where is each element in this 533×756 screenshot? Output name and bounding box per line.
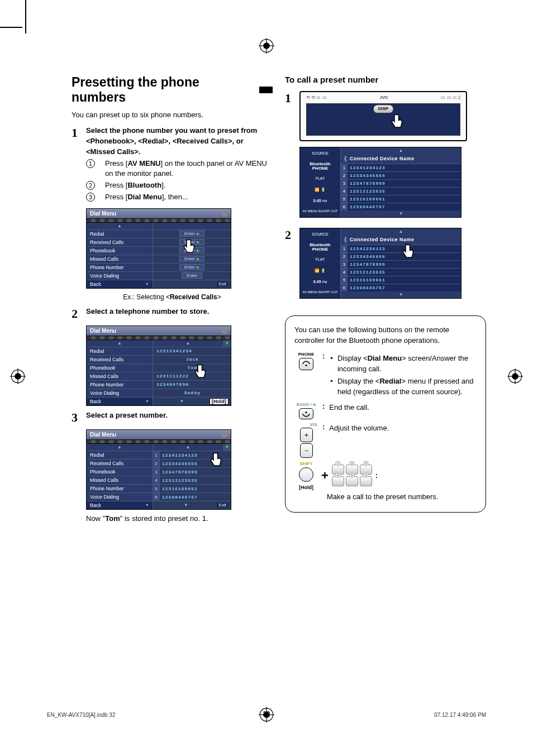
list-item: Missed Calls	[87, 255, 153, 263]
list-item: 1234567890	[153, 380, 231, 389]
enter-button: Enter▶	[179, 264, 204, 270]
hold-label: [Hold]	[210, 398, 229, 405]
vol-label: VOL	[310, 423, 318, 427]
list-item: Voice Dialing	[87, 271, 153, 280]
list-item: Phonebook	[87, 467, 153, 476]
list-item: Redial	[87, 229, 153, 238]
phone-label: PHONE	[298, 352, 314, 357]
main-heading: Presetting the phone numbers	[72, 75, 273, 105]
step1-body: Select the phone number you want to pres…	[86, 126, 273, 204]
bluetooth-phone-label: BluetoothPHONE	[302, 162, 338, 171]
bluetooth-icon	[221, 432, 227, 438]
remote-info-box: You can use the following buttons on the…	[285, 315, 486, 513]
hold-label: [Hold]	[299, 485, 313, 490]
heading-bar-icon	[259, 87, 273, 93]
exit-button: Exit	[217, 503, 229, 508]
list-item: Received Calls	[87, 459, 153, 467]
register-mark-left	[10, 369, 26, 384]
result-text: Now "Tom" is stored into preset no. 1.	[86, 514, 273, 523]
step-number-2: 2	[72, 307, 86, 321]
adjust-volume-text: Adjust the volume.	[329, 423, 477, 434]
step3-text: Select a preset number.	[86, 411, 168, 419]
enter-button: Enter▶	[179, 247, 204, 253]
list-item: Received Calls	[87, 238, 153, 246]
list-item: Voice Dialing	[87, 389, 153, 397]
crop-mark	[0, 27, 22, 28]
list-item: Missed Calls	[87, 476, 153, 484]
list-item: Tom	[153, 363, 231, 372]
shift-button-icon	[299, 467, 313, 482]
signal-icon: 📶 🔋	[302, 187, 338, 193]
bluetooth-icon	[343, 237, 348, 243]
list-item: Daddy	[153, 389, 231, 397]
disp-button: DISP	[373, 104, 394, 113]
register-mark-top	[259, 38, 274, 54]
end-call-text: End the call.	[329, 402, 477, 413]
step2-text: Select a telephone number to store.	[86, 307, 209, 315]
list-item: 12312341234	[153, 347, 231, 355]
right-step-2: 2	[285, 228, 299, 304]
list-item: Voice Dialing	[87, 492, 153, 501]
list-item: Phone Number	[87, 484, 153, 492]
step-number-3: 3	[72, 410, 86, 425]
vol-up-button-icon: ＋	[300, 428, 313, 442]
enter-button: Enter▶	[179, 231, 204, 237]
info-intro: You can use the following buttons on the…	[294, 325, 477, 346]
phone-bullet-2: Display the <Redial> menu if pressed and…	[329, 376, 477, 398]
enter-button: Enter▶	[179, 256, 204, 262]
step-number-1: 1	[72, 126, 86, 204]
list-item: Phone Number	[87, 263, 153, 271]
enter-button: Enter	[182, 272, 202, 279]
list-item: Redial	[87, 347, 153, 355]
scroll-up-icon: ▲	[87, 223, 153, 229]
phone-button-icon	[299, 358, 313, 370]
head-unit-illustration: ⟲ ⟲ ▭ ▭JVC▭ ▭ ▭ ▯ DISP	[299, 91, 467, 141]
svg-point-16	[305, 365, 307, 366]
preset-row: 112341234123	[153, 451, 231, 459]
preset-row: 312347878999	[153, 467, 231, 476]
intro-text: You can preset up to six phone numbers.	[72, 111, 273, 119]
bluetooth-icon	[343, 156, 348, 162]
dial-menu-screenshot-3: Dial Menu ▲ Redial Received Calls Phoneb…	[86, 429, 231, 510]
list-item: Missed Calls	[87, 372, 153, 380]
list-item: Phone Number	[87, 380, 153, 389]
caption-1: Ex.: Selecting <Received Calls>	[72, 293, 273, 301]
list-item: Phonebook	[87, 246, 153, 255]
list-item: Received Calls	[87, 355, 153, 363]
vol-down-button-icon: －	[300, 443, 313, 458]
register-mark-right	[507, 369, 523, 384]
preset-row: 612360446767	[153, 492, 231, 501]
preset-row: 512316169661	[153, 484, 231, 492]
substep-3-icon: 3	[86, 193, 95, 202]
list-item: Jack	[153, 355, 231, 363]
signal-icon: 📶 🔋	[302, 268, 338, 274]
bluetooth-icon	[221, 328, 227, 334]
preset-row: 212334345656	[153, 459, 231, 467]
plus-icon: +	[321, 468, 329, 483]
bluetooth-icon	[221, 210, 227, 217]
band-label: BAND / ■	[297, 402, 316, 407]
substep-1-icon: 1	[86, 159, 95, 168]
shift-label: SHIFT	[299, 461, 312, 466]
list-item: Redial	[87, 451, 153, 459]
crop-mark	[25, 0, 26, 34]
substep-2-icon: 2	[86, 181, 95, 190]
exit-button: Exit	[217, 281, 229, 286]
number-keys-icon: 1 2 3 4 5 6	[332, 465, 372, 486]
right-heading: To call a preset number	[285, 75, 486, 84]
preset-screen-1: SOURCE BluetoothPHONE FLAT 📶 🔋 3:45 PM A…	[299, 147, 461, 218]
list-item: 1231111222	[153, 372, 231, 380]
preset-screen-2: SOURCE BluetoothPHONE FLAT 📶 🔋 3:45 PM A…	[299, 228, 461, 299]
dial-menu-screenshot-1: Dial Menu ▲ Redial Received Calls Phoneb…	[86, 208, 231, 289]
back-button: Back	[90, 281, 101, 287]
dial-menu-screenshot-2: Dial Menu ▲ Redial Received Calls Phoneb…	[86, 326, 231, 406]
footer-right: 07.12.17 4:49:06 PM	[434, 712, 486, 718]
svg-point-17	[305, 412, 307, 413]
phone-bullet-1: Display <Dial Menu> screen/Answer the in…	[329, 353, 477, 375]
list-item: Phonebook	[87, 363, 153, 372]
band-button-icon	[299, 408, 313, 419]
right-step-1: 1	[285, 91, 299, 223]
footer-left: EN_KW-AVX710[A].indb 32	[47, 712, 115, 718]
enter-button: Enter▶	[179, 239, 204, 245]
connected-device-title: Connected Device Name	[341, 154, 461, 164]
